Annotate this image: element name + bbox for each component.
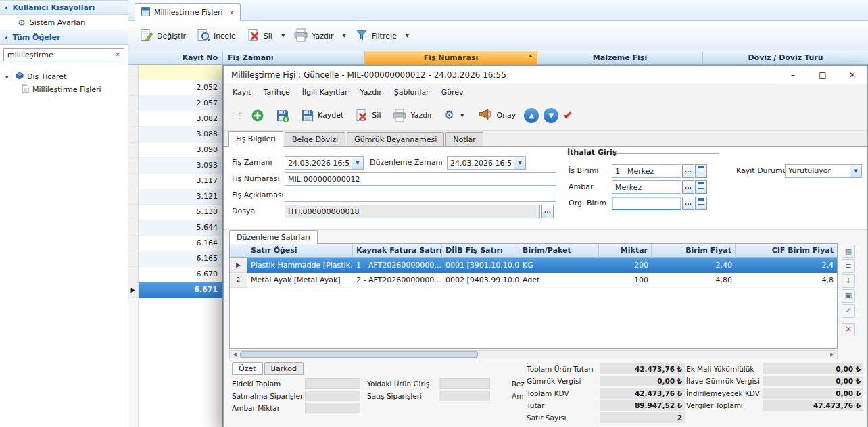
menu-sablonlar[interactable]: Şablonlar bbox=[388, 85, 435, 99]
birim-cell[interactable]: Adet bbox=[519, 273, 599, 288]
ambar-picker-button[interactable] bbox=[695, 180, 707, 194]
cif-cell[interactable]: 4,8 bbox=[736, 273, 837, 288]
date-dropdown-icon[interactable]: ▼ bbox=[352, 157, 363, 169]
row-number-cell[interactable]: 2 bbox=[230, 273, 247, 288]
tab-millilestirme-fisleri[interactable]: Millileştirme Fişleri ✕ bbox=[135, 3, 241, 21]
tab-notlar[interactable]: Notlar bbox=[445, 132, 483, 146]
column-header-fis-numarasi[interactable]: Fiş Numarası ^ bbox=[365, 51, 537, 65]
line-tool-check-icon[interactable]: ✓ bbox=[842, 304, 855, 318]
gear-dropdown-icon[interactable]: ▼ bbox=[458, 109, 466, 122]
row-selector[interactable] bbox=[128, 65, 139, 80]
kayit-no-cell[interactable]: 2.057 bbox=[139, 96, 222, 111]
row-selector[interactable] bbox=[128, 111, 139, 127]
org-birim-browse-button[interactable]: ... bbox=[682, 197, 694, 210]
column-header-kayit-no[interactable]: Kayıt No bbox=[128, 51, 223, 65]
close-tab-icon[interactable]: ✕ bbox=[229, 9, 235, 16]
kayit-no-cell[interactable]: 6.670 bbox=[139, 267, 222, 282]
row-selector[interactable] bbox=[128, 96, 139, 111]
menu-kayit[interactable]: Kayıt bbox=[226, 85, 258, 99]
duzenleme-zamani-input[interactable] bbox=[448, 157, 514, 169]
onay-button[interactable]: Onay bbox=[475, 105, 519, 125]
is-birimi-field[interactable] bbox=[612, 164, 681, 178]
ambar-input[interactable] bbox=[612, 181, 681, 193]
sidebar-item-sistem-ayarlari[interactable]: ⚙ Sistem Ayarları bbox=[0, 15, 128, 30]
next-record-button[interactable]: ▼ bbox=[544, 108, 558, 123]
filtrele-dropdown-icon[interactable]: ▼ bbox=[403, 30, 412, 42]
column-header-birim-fiyat[interactable]: Birim Fiyat bbox=[652, 244, 736, 258]
record-row[interactable]: 3.088 bbox=[128, 127, 222, 143]
tab-barkod[interactable]: Barkod bbox=[264, 362, 304, 375]
menu-yazdir[interactable]: Yazdır bbox=[354, 85, 388, 99]
line-tool-grid-icon[interactable]: ▦ bbox=[842, 245, 855, 258]
yazdir-dropdown-icon[interactable]: ▼ bbox=[340, 30, 349, 42]
row-selector[interactable] bbox=[128, 80, 139, 96]
dialog-yazdir-button[interactable]: Yazdır bbox=[389, 106, 435, 125]
row-selector[interactable] bbox=[128, 127, 139, 143]
menu-tarihce[interactable]: Tarihçe bbox=[258, 85, 296, 99]
record-row[interactable]: 3.082 bbox=[128, 111, 222, 127]
column-header-malzeme-fisi[interactable]: Malzeme Fişi bbox=[537, 51, 703, 65]
miktar-cell[interactable]: 200 bbox=[599, 258, 652, 273]
kayit-no-cell[interactable]: 6.671 bbox=[139, 282, 222, 298]
birim-cell[interactable]: KG bbox=[519, 258, 599, 273]
duzenleme-zamani-field[interactable]: ▼ bbox=[447, 156, 526, 170]
tree-node-millilestirme-fisleri[interactable]: Millileştirme Fişleri bbox=[0, 83, 128, 96]
ambar-browse-button[interactable]: ... bbox=[682, 180, 694, 194]
chevron-down-icon[interactable]: ▼ bbox=[850, 165, 861, 177]
new-record-button[interactable] bbox=[247, 106, 268, 125]
kayit-no-cell[interactable]: 6.164 bbox=[139, 236, 222, 251]
birim-fiyat-cell[interactable]: 2,40 bbox=[652, 258, 736, 273]
scrollbar-thumb[interactable] bbox=[240, 351, 478, 358]
menu-ilgili-kayitlar[interactable]: İlgili Kayıtlar bbox=[296, 85, 354, 99]
column-header-cif[interactable]: CIF Birim Fiyat bbox=[736, 244, 837, 258]
is-birimi-input[interactable] bbox=[612, 165, 681, 177]
tab-ozet[interactable]: Özet bbox=[232, 362, 263, 375]
line-row[interactable]: Metal Ayak [Metal Ayak] 2 - AFT202600000… bbox=[230, 273, 837, 288]
kayit-no-cell[interactable]: 3.090 bbox=[139, 143, 222, 158]
kayit-no-cell[interactable]: 3.093 bbox=[139, 158, 222, 174]
row-selector[interactable] bbox=[128, 158, 139, 174]
record-row[interactable]: 6.164 bbox=[128, 236, 222, 251]
minimize-button[interactable]: – bbox=[778, 66, 808, 84]
delete-line-button[interactable]: ✕ bbox=[842, 323, 855, 336]
previous-record-button[interactable]: ▲ bbox=[524, 108, 539, 123]
scroll-right-icon[interactable]: ▶ bbox=[827, 351, 837, 359]
column-header-kaynak-fatura[interactable]: Kaynak Fatura Satırı bbox=[353, 244, 442, 258]
dialog-title-bar[interactable]: Millileştirme Fişi : Güncelle - MIL-0000… bbox=[224, 66, 867, 84]
is-birimi-picker-button[interactable] bbox=[695, 164, 707, 178]
shortcuts-panel-header[interactable]: ▴ Kullanıcı Kısayolları bbox=[0, 0, 128, 15]
kayit-durumu-select[interactable]: Yürütülüyor ▼ bbox=[785, 164, 862, 178]
sil-button[interactable]: Sil bbox=[242, 25, 277, 47]
row-selector[interactable] bbox=[128, 174, 139, 189]
record-row[interactable]: 6.165 bbox=[128, 251, 222, 267]
tab-fis-bilgileri[interactable]: Fiş Bilgileri bbox=[228, 131, 283, 147]
org-birim-picker-button[interactable] bbox=[695, 197, 707, 210]
save-and-new-button[interactable] bbox=[272, 106, 293, 125]
satir-ogesi-cell[interactable]: Metal Ayak [Metal Ayak] bbox=[247, 273, 353, 288]
fis-aciklamasi-input[interactable] bbox=[285, 189, 556, 201]
row-selector[interactable] bbox=[128, 205, 139, 220]
kaynak-fatura-cell[interactable]: 2 - AFT20260000000... bbox=[353, 273, 442, 288]
line-tool-detail-icon[interactable]: ▣ bbox=[842, 289, 855, 303]
line-tool-download-icon[interactable]: ↓ bbox=[842, 274, 855, 288]
all-items-panel-header[interactable]: ▴ Tüm Öğeler bbox=[0, 30, 128, 45]
birim-fiyat-cell[interactable]: 4,80 bbox=[652, 273, 736, 288]
tab-duzenleme-satirlari[interactable]: Düzenleme Satırları bbox=[229, 230, 318, 244]
record-row[interactable]: 5.130 bbox=[128, 205, 222, 220]
row-selector[interactable] bbox=[128, 220, 139, 236]
degistir-button[interactable]: Değiştir bbox=[135, 25, 191, 47]
record-row[interactable]: 2.057 bbox=[128, 96, 222, 111]
column-header-doviz[interactable]: Döviz / Döviz Türü bbox=[703, 51, 868, 65]
column-header-satir-ogesi[interactable]: Satır Öğesi bbox=[247, 244, 353, 258]
incele-button[interactable]: İncele bbox=[192, 25, 241, 47]
row-selector[interactable] bbox=[128, 143, 139, 158]
scroll-left-icon[interactable]: ◀ bbox=[230, 351, 239, 359]
kaynak-fatura-cell[interactable]: 1 - AFT20260000000... bbox=[353, 258, 442, 273]
clear-search-icon[interactable]: ✕ bbox=[115, 51, 120, 58]
dosya-input[interactable] bbox=[285, 205, 539, 218]
record-row[interactable]: 3.117 bbox=[128, 174, 222, 189]
column-header-fis-zamani[interactable]: Fiş Zamanı bbox=[223, 51, 365, 65]
fis-zamani-input[interactable] bbox=[285, 157, 352, 169]
record-row[interactable]: 5.644 bbox=[128, 220, 222, 236]
dosya-field[interactable] bbox=[285, 205, 540, 218]
